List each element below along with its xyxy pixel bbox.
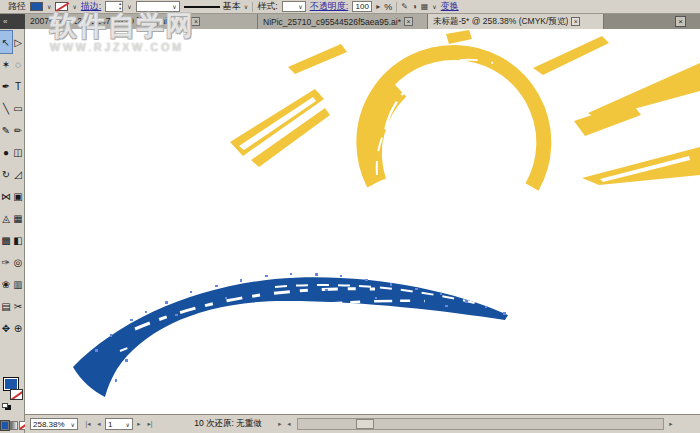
spin-down-icon[interactable]: ▾ <box>119 7 122 12</box>
opacity-input[interactable]: 100 <box>352 1 372 12</box>
last-artboard-button[interactable]: ▸| <box>145 418 155 430</box>
chevron-down-icon[interactable]: ∨ <box>432 3 436 10</box>
tool-symbol-sprayer[interactable]: ❀ <box>0 273 12 295</box>
collapse-double-arrow-icon: « <box>3 17 7 26</box>
paint-fill-color-button[interactable] <box>1 421 9 430</box>
tool-blend[interactable]: ◎ <box>12 251 24 273</box>
stroke-color-swatch[interactable] <box>55 2 68 11</box>
stroke-color-indicator[interactable] <box>10 389 23 400</box>
illustrator-window: 路径 ∨ ∨ 描边: ▴▾ ∨ ∨ 基本 ∨ 样式: ∨ 不透明度: 100 ▸… <box>0 0 700 433</box>
tab-label: 未标题-5* @ 258.38% (CMYK/预览) <box>433 16 568 28</box>
tool-column-graph[interactable]: ▥ <box>12 273 24 295</box>
graphic-style-select[interactable]: ∨ <box>282 1 306 12</box>
stroke-weight-input[interactable]: ▴▾ <box>105 1 123 12</box>
tab-group-close-button[interactable]: × <box>675 16 686 27</box>
tool-slice[interactable]: ✂ <box>12 295 24 317</box>
zoom-level-select[interactable]: 258.38% ∨ <box>30 418 78 430</box>
tool-blob-brush[interactable]: ● <box>0 141 12 163</box>
artboard-number-select[interactable]: 1 ∨ <box>105 418 133 430</box>
tool-perspective-grid[interactable]: ▦ <box>12 207 24 229</box>
recolor-artwork-icon[interactable]: ◑ <box>412 2 417 11</box>
tool-eyedropper[interactable]: ✑ <box>0 251 12 273</box>
document-tab-2[interactable]: NiPic_25710_c95544526f5aea95.ai*× <box>258 14 428 29</box>
tool-paintbrush[interactable]: ✎ <box>0 119 12 141</box>
tool-scale[interactable]: ◿ <box>12 163 24 185</box>
width-profile-select[interactable]: ∨ <box>136 1 180 12</box>
chevron-down-icon: ∨ <box>172 3 176 10</box>
undo-status-text: 10 次还原: 无重做 <box>185 418 271 430</box>
tool-artboard[interactable]: ▤ <box>0 295 12 317</box>
stroke-dropdown-caret-icon[interactable]: ∨ <box>72 3 76 10</box>
tool-type[interactable]: T <box>12 75 24 97</box>
brush-stroke-preview-icon <box>184 6 220 8</box>
align-grid-icon[interactable]: ▦ <box>421 2 429 11</box>
scrollbar-thumb[interactable] <box>356 419 374 429</box>
next-artboard-button[interactable]: ▸ <box>134 418 144 430</box>
opacity-stepper-icon[interactable]: ▸ <box>376 2 380 11</box>
tools-panel: ↖▷✶◌✒T╲▭✎✏●◫↻◿⋈▣◬▦▩◧✑◎❀▥▤✂✥⊕ <box>0 29 25 433</box>
canvas[interactable] <box>25 29 700 414</box>
first-artboard-button[interactable]: |◂ <box>83 418 93 430</box>
tool-pencil[interactable]: ✏ <box>12 119 24 141</box>
brush-definition-select[interactable]: 基本 ∨ <box>184 0 248 13</box>
default-fill-stroke-icon[interactable] <box>2 403 8 408</box>
divider <box>252 2 253 12</box>
fill-color-swatch[interactable] <box>30 2 43 11</box>
tool-free-transform[interactable]: ▣ <box>12 185 24 207</box>
tool-pen[interactable]: ✒ <box>0 75 12 97</box>
tools-grid: ↖▷✶◌✒T╲▭✎✏●◫↻◿⋈▣◬▦▩◧✑◎❀▥▤✂✥⊕ <box>0 31 24 339</box>
tool-direct-selection[interactable]: ▷ <box>12 31 24 53</box>
tool-gradient[interactable]: ◧ <box>12 229 24 251</box>
style-label: 样式: <box>257 0 278 13</box>
tool-hand[interactable]: ✥ <box>0 317 12 339</box>
transform-link[interactable]: 变换 <box>441 0 459 13</box>
tab-label: 2007912171230224720719 [转换].ai* @... <box>30 16 188 28</box>
tab-close-icon[interactable]: × <box>571 17 580 26</box>
chevron-down-icon: ∨ <box>244 3 248 10</box>
brush-definition-label: 基本 <box>223 0 241 13</box>
document-tab-1[interactable]: 2007912171230224720719 [转换].ai* @...× <box>25 14 258 29</box>
tab-close-icon[interactable]: × <box>191 17 200 26</box>
tool-zoom[interactable]: ⊕ <box>12 317 24 339</box>
tool-selection[interactable]: ↖ <box>0 31 12 53</box>
chevron-down-icon: ∨ <box>298 3 302 10</box>
tabs-container: 2007912171230224720719 [转换].ai* @...×NiP… <box>25 14 675 29</box>
tool-eraser[interactable]: ◫ <box>12 141 24 163</box>
paint-gradient-button[interactable] <box>10 421 18 430</box>
artboard-number-value: 1 <box>108 420 112 429</box>
previous-artboard-button[interactable]: ◂ <box>94 418 104 430</box>
scroll-right-arrow[interactable]: ▸ <box>666 418 676 430</box>
tab-close-icon[interactable]: × <box>404 17 413 26</box>
stroke-weight-link[interactable]: 描边: <box>81 0 102 13</box>
tool-lasso[interactable]: ◌ <box>12 53 24 75</box>
tool-magic-wand[interactable]: ✶ <box>0 53 12 75</box>
chevron-down-icon: ∨ <box>126 421 130 428</box>
status-bar: 258.38% ∨ |◂ ◂ 1 ∨ ▸ ▸| 10 次还原: 无重做 ▸ ◂ … <box>25 414 700 433</box>
tool-rectangle[interactable]: ▭ <box>12 97 24 119</box>
scroll-left-arrow[interactable]: ◂ <box>284 418 294 430</box>
artboard-navigation: |◂ ◂ 1 ∨ ▸ ▸| <box>83 418 155 430</box>
tool-rotate[interactable]: ↻ <box>0 163 12 185</box>
selection-type-label: 路径 <box>8 0 26 13</box>
paint-mode-row <box>1 421 27 430</box>
brush-pointer-icon[interactable]: ✎ <box>401 2 408 11</box>
tools-panel-header[interactable]: « <box>0 14 25 29</box>
horizontal-scrollbar[interactable] <box>297 418 664 430</box>
tool-shape-builder[interactable]: ◬ <box>0 207 12 229</box>
tool-width[interactable]: ⋈ <box>0 185 12 207</box>
artwork-svg <box>25 29 700 414</box>
fill-dropdown-caret-icon[interactable]: ∨ <box>47 3 51 10</box>
document-tab-bar: « 2007912171230224720719 [转换].ai* @...×N… <box>0 14 700 29</box>
tab-label: NiPic_25710_c95544526f5aea95.ai* <box>263 17 401 27</box>
stroke-weight-caret-icon[interactable]: ∨ <box>127 3 131 10</box>
document-tab-3[interactable]: 未标题-5* @ 258.38% (CMYK/预览)× <box>428 14 604 29</box>
tool-mesh[interactable]: ▩ <box>0 229 12 251</box>
control-bar: 路径 ∨ ∨ 描边: ▴▾ ∨ ∨ 基本 ∨ 样式: ∨ 不透明度: 100 ▸… <box>0 0 700 14</box>
sea-stroke[interactable] <box>73 277 508 397</box>
opacity-link[interactable]: 不透明度: <box>310 0 349 13</box>
divider <box>396 2 397 12</box>
opacity-unit-label: % <box>384 2 392 12</box>
tool-line-segment[interactable]: ╲ <box>0 97 12 119</box>
close-icon: × <box>678 17 683 26</box>
chevron-down-icon: ∨ <box>71 421 75 428</box>
